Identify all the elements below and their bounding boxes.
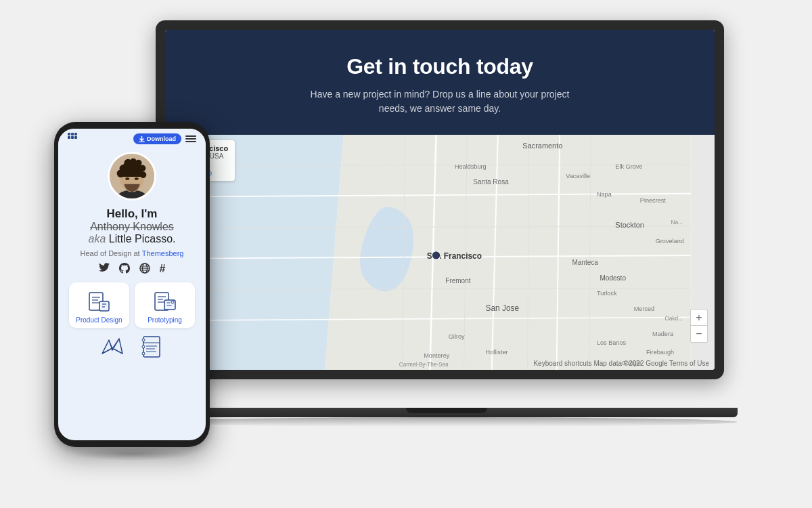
svg-text:Sacramento: Sacramento xyxy=(522,142,562,150)
svg-point-90 xyxy=(142,345,145,348)
page-subtitle: Have a new project in mind? Drop us a li… xyxy=(298,87,582,116)
svg-text:Vacaville: Vacaville xyxy=(566,173,590,179)
phone-nav-buttons: Download xyxy=(133,133,196,144)
svg-line-82 xyxy=(109,340,112,348)
svg-text:Elk Grove: Elk Grove xyxy=(615,163,642,170)
svg-rect-41 xyxy=(68,133,70,135)
svg-text:Turlock: Turlock xyxy=(597,290,617,297)
svg-point-60 xyxy=(135,177,139,180)
nickname: Little Picasso. xyxy=(109,233,176,245)
avatar-image xyxy=(110,153,154,199)
svg-text:San Jose: San Jose xyxy=(486,303,520,313)
svg-text:Stockton: Stockton xyxy=(615,221,644,229)
map-copyright: Keyboard shortcuts Map data ©2022 Google… xyxy=(533,360,709,367)
svg-text:Gilroy: Gilroy xyxy=(449,333,465,340)
svg-point-57 xyxy=(139,165,146,172)
phone-navbar: Download xyxy=(58,129,206,146)
svg-text:Los Banos: Los Banos xyxy=(597,339,627,346)
phone-bezel: Download xyxy=(54,122,210,447)
map-container: Sacramento Healdsburg Santa Rosa Vacavil… xyxy=(165,135,715,370)
skill-card-product-design: Product Design xyxy=(69,282,129,328)
svg-point-56 xyxy=(135,160,142,167)
notebook-icon xyxy=(138,333,165,360)
laptop-base-body xyxy=(156,408,738,417)
aka-label: aka xyxy=(89,233,106,245)
phone-shadow xyxy=(71,447,193,461)
bottom-icons xyxy=(99,333,165,360)
laptop-bezel: Get in touch today Have a new project in… xyxy=(156,20,724,379)
svg-text:Healdsburg: Healdsburg xyxy=(455,163,487,170)
svg-point-59 xyxy=(125,177,129,180)
svg-text:Na...: Na... xyxy=(671,219,683,226)
svg-marker-79 xyxy=(102,339,122,354)
svg-rect-84 xyxy=(143,337,160,357)
svg-text:Firebaugh: Firebaugh xyxy=(646,349,674,356)
app-logo xyxy=(68,133,83,145)
svg-text:Groveland: Groveland xyxy=(656,238,684,245)
svg-point-58 xyxy=(140,171,147,178)
svg-text:Pinecrest: Pinecrest xyxy=(640,197,667,204)
svg-rect-44 xyxy=(71,136,74,139)
svg-point-39 xyxy=(432,251,441,260)
phone-screen: Download xyxy=(58,129,206,440)
laptop-header: Get in touch today Have a new project in… xyxy=(165,30,715,135)
hamburger-menu-button[interactable] xyxy=(185,135,196,142)
zoom-out-button[interactable]: − xyxy=(691,326,707,342)
laptop-notch xyxy=(406,408,487,413)
laptop-screen: Get in touch today Have a new project in… xyxy=(165,30,715,370)
svg-rect-43 xyxy=(68,136,70,139)
laptop-map: Sacramento Healdsburg Santa Rosa Vacavil… xyxy=(165,135,715,370)
prototyping-label: Prototyping xyxy=(140,316,189,324)
phone: Download xyxy=(54,122,210,447)
skill-card-prototyping: Prototyping xyxy=(135,282,195,328)
product-design-icon xyxy=(87,289,112,314)
skills-grid: Product Design xyxy=(69,282,195,328)
aka-line: aka Little Picasso. xyxy=(89,233,176,245)
svg-text:Fremont: Fremont xyxy=(445,277,471,284)
svg-text:Manteca: Manteca xyxy=(572,259,598,266)
laptop-base-shadow xyxy=(156,417,738,427)
svg-text:Napa: Napa xyxy=(597,191,612,198)
greeting-block: Hello, I'm Anthony Knowles aka Little Pi… xyxy=(89,207,176,245)
globe-icon[interactable] xyxy=(139,263,150,276)
svg-point-53 xyxy=(120,165,127,172)
name-strikethrough: Anthony Knowles xyxy=(89,221,176,233)
svg-text:Carmel-By-The-Sea: Carmel-By-The-Sea xyxy=(399,362,449,368)
map-zoom-controls: + − xyxy=(690,309,708,343)
svg-text:Hollister: Hollister xyxy=(486,349,508,356)
svg-text:Oakd...: Oakd... xyxy=(664,316,682,322)
svg-line-83 xyxy=(112,339,119,348)
avatar xyxy=(108,152,156,200)
job-title: Head of Design at Themesberg xyxy=(81,249,184,257)
laptop: Get in touch today Have a new project in… xyxy=(156,20,738,427)
social-links: # xyxy=(99,263,166,276)
svg-text:Santa Rosa: Santa Rosa xyxy=(473,178,509,186)
github-icon[interactable] xyxy=(119,263,130,276)
hashnode-icon[interactable]: # xyxy=(160,263,166,276)
twitter-icon[interactable] xyxy=(99,263,110,276)
at-label: at xyxy=(133,249,139,257)
svg-point-89 xyxy=(142,339,145,341)
svg-point-91 xyxy=(142,352,145,355)
phone-content: Hello, I'm Anthony Knowles aka Little Pi… xyxy=(58,146,206,440)
svg-rect-70 xyxy=(99,301,109,311)
download-icon xyxy=(139,136,145,142)
svg-rect-45 xyxy=(74,133,77,135)
svg-text:Modesto: Modesto xyxy=(600,274,627,282)
product-design-label: Product Design xyxy=(74,316,124,324)
svg-text:Merced: Merced xyxy=(634,305,654,312)
origami-bird-icon xyxy=(99,333,126,360)
laptop-base xyxy=(156,408,738,427)
map-svg: Sacramento Healdsburg Santa Rosa Vacavil… xyxy=(165,135,715,370)
greeting-text: Hello, I'm xyxy=(89,207,176,221)
svg-text:Madera: Madera xyxy=(652,331,674,337)
zoom-in-button[interactable]: + xyxy=(691,310,707,326)
title-text: Head of Design xyxy=(81,249,132,257)
svg-rect-42 xyxy=(71,133,74,135)
logo-icon xyxy=(68,133,83,145)
svg-text:Monterey: Monterey xyxy=(424,352,449,359)
page-title: Get in touch today xyxy=(179,54,701,79)
prototyping-icon xyxy=(153,289,177,314)
company-name: Themesberg xyxy=(142,249,184,257)
download-button[interactable]: Download xyxy=(133,133,181,144)
